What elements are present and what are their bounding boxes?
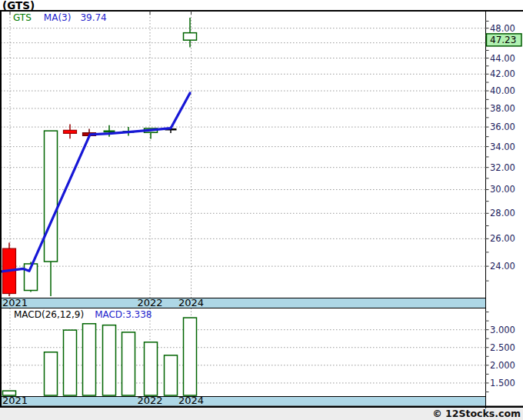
macd-header: MACD(26,12,9)MACD:3.338 [14, 309, 152, 320]
price-axis-label: 34.00 [490, 142, 515, 152]
candle-down [64, 130, 77, 133]
ma-line [0, 93, 190, 272]
price-axis-label: 28.00 [490, 208, 515, 218]
copyright-text: © 12Stocks.com [432, 408, 521, 419]
x-axis-band-top [0, 298, 486, 308]
price-axis-label: 40.00 [490, 85, 515, 96]
candle-up [45, 131, 58, 262]
legend-ma-label: MA(3) [44, 12, 72, 23]
legend-ma-value: 39.74 [80, 12, 106, 23]
chart-legend: GTSMA(3)39.74 [13, 12, 107, 23]
year-label: 2022 [137, 395, 162, 406]
price-axis-label: 36.00 [490, 122, 515, 132]
year-label: 2024 [178, 395, 204, 406]
macd-axis-label: 2.000 [490, 360, 515, 371]
price-axis-label: 38.00 [490, 103, 515, 114]
macd-bar [165, 355, 178, 395]
macd-axis-label: 3.000 [490, 325, 515, 335]
year-label: 2021 [2, 395, 28, 406]
year-label: 2021 [2, 297, 28, 308]
price-axis-label: 42.00 [490, 68, 515, 79]
macd-label: MACD(26,12,9) [14, 309, 84, 320]
price-axis-label: 30.00 [490, 184, 515, 195]
macd-bar [45, 352, 58, 395]
legend-symbol: GTS [13, 12, 32, 23]
last-price-label: 47.23 [490, 35, 516, 45]
macd-bar [64, 330, 77, 395]
price-axis-label: 48.00 [490, 23, 515, 34]
candle-up [184, 33, 197, 41]
price-axis-label: 26.00 [490, 233, 515, 244]
macd-bar [122, 332, 135, 395]
stock-chart-page: { "window": { "title": "(GTS)" }, "legen… [0, 0, 523, 420]
macd-bar [103, 325, 116, 395]
price-axis-label: 44.00 [490, 53, 515, 64]
macd-axis-label: 1.500 [490, 378, 515, 388]
x-axis-band-bottom [0, 396, 486, 406]
macd-bar [184, 318, 197, 395]
page-title: (GTS) [2, 0, 35, 12]
macd-bar [145, 342, 158, 395]
stock-chart-canvas: 24.0026.0028.0030.0032.0034.0036.0038.00… [0, 0, 523, 420]
year-label: 2024 [178, 297, 204, 308]
macd-bar [83, 324, 96, 395]
macd-value-label: MACD:3.338 [95, 309, 152, 320]
macd-axis-label: 2.500 [490, 342, 515, 353]
price-axis-label: 32.00 [490, 162, 515, 173]
year-label: 2022 [137, 297, 162, 308]
price-axis-label: 24.00 [490, 261, 515, 272]
